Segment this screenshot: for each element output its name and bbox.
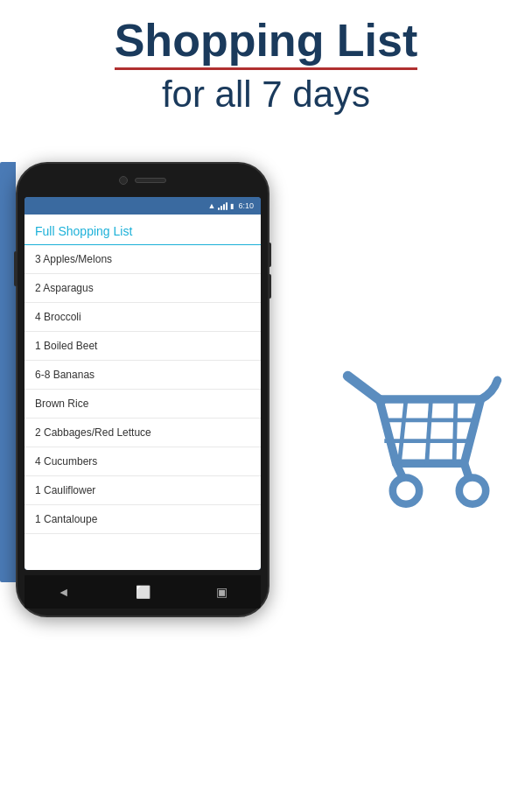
wifi-icon: ▲: [208, 201, 216, 210]
signal-bar-3: [223, 204, 225, 210]
list-item: 3 Apples/Melons: [24, 245, 261, 274]
page-subtitle: for all 7 days: [18, 74, 514, 116]
page-title: Shopping List: [18, 16, 514, 70]
svg-line-5: [454, 399, 456, 463]
list-item: 2 Asparagus: [24, 274, 261, 303]
status-icons: ▲ ▮ 6:10: [208, 201, 254, 210]
svg-line-7: [465, 463, 469, 475]
svg-line-3: [399, 399, 406, 463]
side-panel-left: [0, 162, 16, 582]
list-item: 4 Cucumbers: [24, 447, 261, 476]
list-item: 4 Broccoli: [24, 303, 261, 332]
front-camera: [119, 176, 128, 185]
signal-icon: [218, 201, 228, 210]
list-item: 1 Boiled Beet: [24, 332, 261, 361]
list-item: 1 Cantaloupe: [24, 505, 261, 534]
svg-point-8: [393, 477, 419, 503]
phone-body: ▲ ▮ 6:10 Full Shopping List: [16, 162, 270, 617]
list-item: 1 Cauliflower: [24, 476, 261, 505]
phone-device: ▲ ▮ 6:10 Full Shopping List: [16, 162, 270, 617]
page-header: Shopping List for all 7 days: [0, 0, 532, 124]
battery-icon: ▮: [230, 202, 234, 210]
svg-line-6: [396, 463, 402, 475]
cart-svg: [340, 368, 506, 510]
list-item: 2 Cabbages/Red Lettuce: [24, 419, 261, 447]
phone-navigation: ◄ ⬜ ▣: [24, 575, 261, 609]
earpiece: [135, 178, 166, 183]
phone-screen: ▲ ▮ 6:10 Full Shopping List: [24, 197, 261, 570]
clock: 6:10: [238, 201, 254, 210]
phone-top: [99, 172, 186, 188]
list-item: 6-8 Bananas: [24, 361, 261, 390]
shopping-list: 3 Apples/Melons 2 Asparagus 4 Broccoli 1…: [24, 245, 261, 534]
list-item: Brown Rice: [24, 390, 261, 419]
home-button[interactable]: ⬜: [136, 585, 150, 599]
signal-bar-2: [220, 206, 222, 210]
list-title: Full Shopping List: [35, 224, 132, 238]
signal-bar-1: [218, 208, 220, 210]
svg-point-9: [459, 477, 486, 503]
recents-button[interactable]: ▣: [216, 585, 228, 599]
volume-up-button: [268, 243, 271, 267]
shopping-cart-illustration: [340, 368, 506, 508]
status-bar: ▲ ▮ 6:10: [24, 197, 261, 215]
app-screen[interactable]: Full Shopping List 3 Apples/Melons 2 Asp…: [24, 215, 261, 570]
power-button: [14, 251, 18, 286]
svg-line-4: [427, 399, 431, 463]
volume-down-button: [268, 274, 271, 299]
signal-bar-4: [226, 202, 228, 210]
back-button[interactable]: ◄: [58, 585, 70, 599]
app-header: Full Shopping List: [24, 215, 261, 245]
